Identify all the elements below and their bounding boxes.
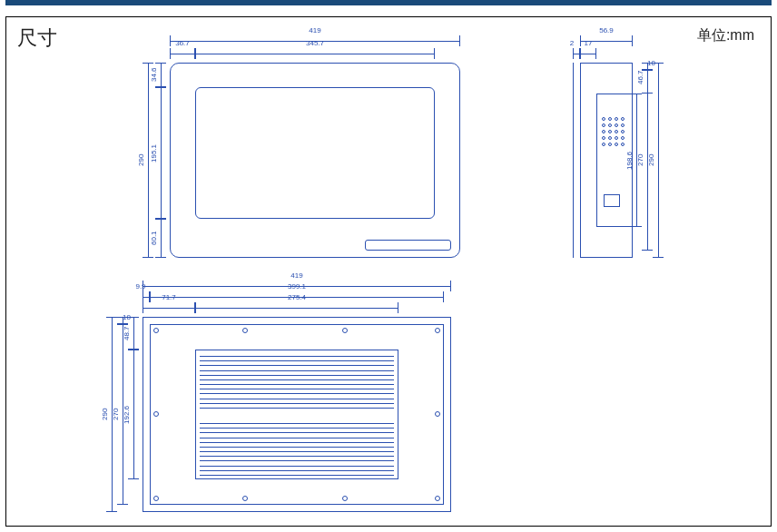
unit-label: 单位:mm	[697, 26, 754, 45]
dim-value: 56.9	[580, 26, 633, 34]
dim-value: 192.6	[123, 350, 131, 479]
dim-side-h-total: 290	[653, 63, 664, 258]
dim-value: 60.1	[150, 219, 158, 258]
rear-heatsink	[195, 350, 398, 479]
dim-rear-heatsink-off: 71.7	[143, 302, 195, 313]
drawing-frame: 尺寸 单位:mm 419 36.7 345.7 290	[5, 16, 772, 527]
dim-value: 270	[112, 324, 120, 505]
dim-front-screen-h: 195.1	[155, 87, 166, 219]
dim-rear-edge: 10	[117, 317, 128, 324]
dim-front-bezel-bottom: 60.1	[155, 219, 166, 258]
front-view: 419 36.7 345.7 290 195.1 34.6	[143, 35, 469, 262]
side-vent-holes	[602, 117, 625, 146]
side-front-face	[573, 63, 574, 258]
heatsink-fins-bottom	[200, 423, 394, 476]
dim-value: 10	[123, 313, 131, 324]
dim-value: 195.1	[150, 87, 158, 219]
front-button-row	[365, 240, 451, 251]
dim-value: 419	[170, 26, 460, 34]
dim-value: 345.7	[195, 39, 435, 47]
dim-value: 17	[580, 39, 596, 47]
page-title: 尺寸	[17, 25, 57, 52]
side-port	[604, 194, 620, 207]
dim-value: 9.9	[132, 282, 150, 291]
dim-front-bezel-side: 36.7	[170, 48, 195, 59]
heatsink-fins-top	[200, 356, 394, 409]
front-screen	[195, 87, 435, 219]
dim-value: 10	[647, 59, 655, 70]
dim-front-screen-w: 345.7	[195, 48, 435, 59]
dim-side-h-edge: 10	[642, 63, 653, 70]
header-rule	[5, 0, 772, 5]
dim-rear-heatsink-h: 192.6	[128, 350, 139, 479]
dim-value: 290	[101, 317, 109, 512]
rear-view: 419 399.1 275.4 9.9 71.7 290	[106, 281, 469, 517]
dim-side-front-thick: 2	[573, 48, 580, 59]
dim-value: 2	[564, 39, 580, 47]
dim-front-bezel-top: 34.6	[155, 63, 166, 87]
dim-value: 71.7	[143, 293, 195, 301]
dim-value: 290	[137, 63, 145, 258]
dim-value: 275.4	[195, 293, 398, 301]
dim-side-chamfer: 17	[580, 48, 596, 59]
side-view: 56.9 2 17 290 270 198.6	[551, 35, 660, 262]
dim-value: 36.7	[170, 39, 195, 47]
dim-value: 419	[143, 271, 451, 280]
dim-rear-heatsink-w: 275.4	[195, 302, 398, 313]
dim-side-h-mount: 270	[642, 70, 653, 251]
dim-value: 399.1	[150, 282, 444, 291]
dim-value: 34.6	[150, 63, 158, 87]
